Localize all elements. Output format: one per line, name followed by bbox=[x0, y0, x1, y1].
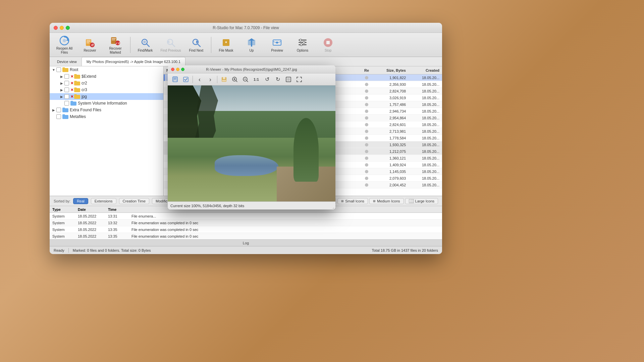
re-cell bbox=[358, 83, 375, 86]
find-previous-button[interactable]: Find Previous bbox=[159, 35, 183, 55]
tree-checkbox-metafiles[interactable] bbox=[56, 114, 61, 119]
viewer-bookmark-button[interactable] bbox=[170, 75, 180, 84]
large-icons-button[interactable]: ⬜ Large Icons bbox=[405, 198, 438, 204]
stop-button[interactable]: Stop bbox=[316, 35, 340, 55]
tree-checkbox-root[interactable] bbox=[56, 67, 61, 72]
re-cell bbox=[358, 177, 375, 180]
viewer-save-button[interactable] bbox=[219, 75, 229, 84]
viewer-check-button[interactable] bbox=[181, 75, 191, 84]
tree-expand-extend[interactable]: ▶ bbox=[59, 74, 64, 79]
tree-checkbox-cr3[interactable] bbox=[64, 87, 69, 92]
tree-checkbox-extend[interactable] bbox=[64, 74, 69, 79]
tree-item-extend[interactable]: ▶ ✕ $Extend bbox=[50, 73, 163, 80]
col-header-created[interactable]: Created bbox=[409, 68, 442, 72]
find-next-button[interactable]: Find Next bbox=[184, 35, 208, 55]
log-table: Type Date Time System 18.05.2022 13:31 F… bbox=[50, 206, 442, 239]
size-cell: 2,079,603 bbox=[375, 176, 409, 180]
log-type: System bbox=[50, 221, 76, 225]
viewer-fit-button[interactable] bbox=[284, 75, 293, 84]
re-cell bbox=[358, 89, 375, 93]
viewer-fullscreen-button[interactable] bbox=[294, 75, 304, 84]
recover-marked-label: Recover Marked bbox=[105, 47, 126, 55]
viewer-next-button[interactable]: › bbox=[206, 75, 215, 84]
viewer-rotate-left-button[interactable]: ↺ bbox=[262, 75, 272, 84]
viewer-rotate-right-button[interactable]: ↻ bbox=[273, 75, 282, 84]
viewer-minimize-button[interactable] bbox=[176, 68, 179, 71]
viewer-window: R-Viewer - My Photos (Recognized5)\jpg\I… bbox=[168, 65, 335, 209]
viewer-prev-button[interactable]: ‹ bbox=[195, 75, 204, 84]
created-cell: 18.05.20... bbox=[409, 109, 442, 113]
tab-device-view[interactable]: Device view bbox=[52, 57, 82, 66]
tree-checkbox-jpg[interactable] bbox=[64, 94, 69, 99]
tree-expand-svi[interactable] bbox=[59, 101, 64, 106]
recover-button[interactable]: ↺ Recover bbox=[78, 35, 102, 55]
folder-icon-cr2 bbox=[74, 81, 80, 85]
col-header-re[interactable]: Re bbox=[358, 68, 375, 72]
log-row: System 18.05.2022 13:31 File enumera... bbox=[50, 213, 442, 220]
close-button[interactable] bbox=[54, 26, 58, 30]
tree-checkbox-svi[interactable] bbox=[64, 101, 69, 106]
sort-creation-button[interactable]: Creation Time bbox=[119, 198, 149, 204]
re-indicator bbox=[365, 83, 368, 86]
tree-checkbox-cr2[interactable] bbox=[64, 81, 69, 85]
reopen-all-button[interactable]: Reopen All Files bbox=[52, 35, 76, 55]
viewer-maximize-button[interactable] bbox=[181, 68, 184, 71]
tree-item-cr3[interactable]: ▶ ✕ cr3 bbox=[50, 86, 163, 93]
minimize-button[interactable] bbox=[60, 26, 64, 30]
log-time: 13:35 bbox=[107, 228, 130, 232]
svg-text:↺: ↺ bbox=[91, 43, 94, 47]
preview-button[interactable]: Preview bbox=[265, 35, 289, 55]
tree-item-cr2[interactable]: ▶ ✕ cr2 bbox=[50, 80, 163, 86]
tab-my-photos[interactable]: My Photos (Recognized5) -> Apple Disk Im… bbox=[82, 57, 185, 66]
file-mask-label: File Mask bbox=[219, 49, 233, 53]
maximize-button[interactable] bbox=[66, 26, 70, 30]
up-button[interactable]: Up bbox=[239, 35, 264, 55]
tree-item-extra[interactable]: ▶ Extra Found Files bbox=[50, 107, 163, 113]
tree-checkbox-extra[interactable] bbox=[56, 108, 61, 112]
size-cell: 1,145,035 bbox=[375, 170, 409, 174]
svg-rect-44 bbox=[223, 77, 225, 79]
tree-expand-extra[interactable]: ▶ bbox=[51, 107, 56, 113]
viewer-zoom-out-button[interactable] bbox=[241, 75, 250, 84]
tree-root[interactable]: ▼ Root bbox=[50, 66, 163, 73]
resize-handle[interactable]: ⌟ bbox=[331, 205, 335, 209]
medium-icons-button[interactable]: ⊞ Medium Icons bbox=[369, 198, 404, 204]
options-button[interactable]: Options bbox=[290, 35, 315, 55]
viewer-traffic-lights bbox=[171, 68, 184, 71]
up-icon bbox=[246, 37, 257, 48]
col-header-size[interactable]: Size, Bytes bbox=[375, 68, 409, 72]
re-cell bbox=[358, 116, 375, 120]
viewer-zoom-100-button[interactable]: 1:1 bbox=[252, 75, 261, 84]
size-cell: 2,356,930 bbox=[375, 82, 409, 86]
log-label-bar: Log bbox=[50, 239, 442, 246]
size-cell: 1,757,486 bbox=[375, 103, 409, 107]
log-type: System bbox=[50, 214, 76, 218]
bookmark-icon bbox=[172, 76, 178, 82]
tree-expand-cr3[interactable]: ▶ bbox=[59, 87, 64, 93]
tree-item-metafiles[interactable]: Metafiles bbox=[50, 113, 163, 120]
toolbar-sep-1 bbox=[130, 37, 130, 53]
find-next-icon bbox=[191, 37, 202, 48]
small-icons-button[interactable]: ⊞ Small Icons bbox=[337, 198, 368, 204]
file-mask-button[interactable]: * File Mask bbox=[214, 35, 238, 55]
re-indicator bbox=[365, 177, 368, 180]
re-indicator bbox=[365, 96, 368, 100]
toolbar-sep-2 bbox=[211, 37, 211, 53]
folder-icon-extra bbox=[62, 108, 68, 112]
tree-expand-cr2[interactable]: ▶ bbox=[59, 80, 64, 86]
tree-expand-jpg[interactable]: ▶ bbox=[59, 94, 64, 99]
status-separator bbox=[68, 248, 69, 253]
tree-item-svi[interactable]: System Volume Information bbox=[50, 100, 163, 107]
sort-real-button[interactable]: Real bbox=[73, 198, 88, 204]
viewer-close-button[interactable] bbox=[171, 68, 174, 71]
tree-expand-root[interactable]: ▼ bbox=[51, 67, 56, 72]
sort-extensions-button[interactable]: Extensions bbox=[91, 198, 116, 204]
viewer-zoom-in-button[interactable] bbox=[230, 75, 239, 84]
tree-expand-metafiles[interactable] bbox=[51, 114, 56, 119]
tree-item-jpg[interactable]: ▶ ✕ jpg bbox=[50, 93, 163, 100]
log-type: System bbox=[50, 228, 76, 232]
rotate-left-icon: ↺ bbox=[265, 76, 269, 82]
created-cell: 18.05.20... bbox=[409, 129, 442, 133]
find-mark-button[interactable]: Find/Mark bbox=[133, 35, 157, 55]
recover-marked-button[interactable]: ✓↺ Recover Marked bbox=[103, 35, 127, 55]
